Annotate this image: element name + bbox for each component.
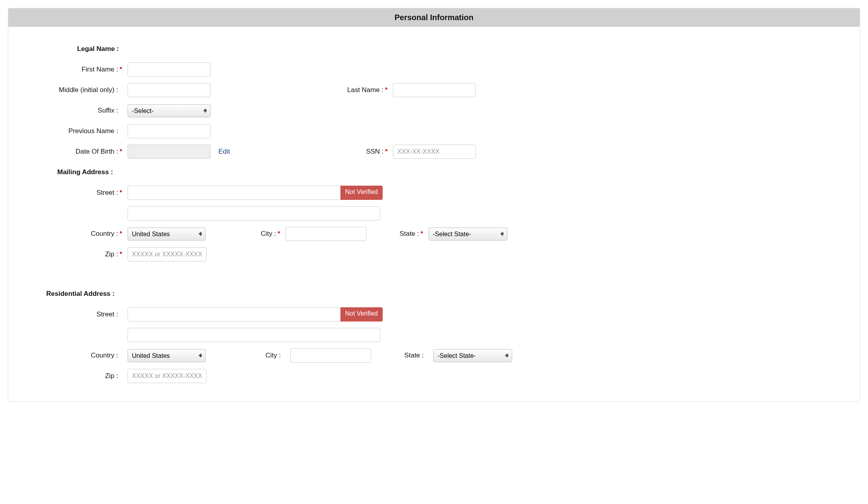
mailing-country-label: Country : — [48, 230, 119, 238]
mailing-state-label: State : — [366, 230, 420, 238]
previous-name-input[interactable] — [128, 124, 210, 138]
residential-country-select[interactable]: United States — [128, 349, 206, 362]
dob-label: Date Of Birth : — [48, 148, 119, 156]
dob-input — [128, 145, 210, 159]
required-mark: * — [421, 230, 425, 237]
required-mark: * — [278, 230, 282, 237]
residential-country-label: Country : — [48, 352, 119, 359]
residential-street2-input[interactable] — [128, 328, 380, 342]
personal-information-panel: Personal Information Legal Name : First … — [8, 8, 860, 402]
previous-name-label: Previous Name : — [48, 127, 119, 135]
mailing-zip-input[interactable] — [128, 247, 207, 261]
suffix-select[interactable]: -Select- — [128, 104, 210, 117]
middle-name-label: Middle (initial only) : — [48, 86, 119, 94]
required-mark: * — [120, 66, 124, 73]
residential-zip-input[interactable] — [128, 369, 207, 383]
not-verified-badge: Not Verified — [340, 186, 383, 200]
last-name-label: Last Name : — [210, 86, 384, 94]
required-mark: * — [120, 230, 124, 237]
mailing-street2-input[interactable] — [128, 206, 380, 220]
residential-state-label: State : — [371, 352, 425, 359]
mailing-address-section-label: Mailing Address : — [57, 168, 113, 176]
required-mark: * — [120, 148, 124, 155]
residential-street-label: Street : — [48, 310, 119, 318]
first-name-input[interactable] — [128, 62, 210, 77]
mailing-country-select[interactable]: United States — [128, 228, 206, 241]
required-mark: * — [120, 189, 124, 196]
residential-state-select[interactable]: -Select State- — [433, 349, 512, 362]
ssn-label: SSN : — [230, 148, 384, 156]
suffix-label: Suffix : — [48, 107, 119, 115]
ssn-input[interactable] — [393, 145, 476, 159]
legal-name-section-label: Legal Name : — [48, 45, 119, 53]
mailing-street1-input[interactable] — [128, 186, 341, 200]
middle-name-input[interactable] — [128, 83, 210, 97]
residential-city-input[interactable] — [290, 348, 371, 363]
mailing-street-label: Street : — [48, 189, 119, 197]
panel-title: Personal Information — [8, 8, 860, 27]
last-name-input[interactable] — [393, 83, 476, 97]
not-verified-badge: Not Verified — [340, 307, 383, 322]
residential-address-section-label: Residential Address : — [46, 290, 115, 298]
required-mark: * — [385, 87, 390, 94]
required-mark: * — [385, 148, 390, 155]
panel-body: Legal Name : First Name : * Middle (init… — [8, 27, 860, 401]
edit-dob-link[interactable]: Edit — [218, 148, 230, 156]
mailing-zip-label: Zip : — [48, 250, 119, 258]
mailing-city-input[interactable] — [286, 227, 366, 241]
residential-street1-input[interactable] — [128, 307, 341, 322]
residential-zip-label: Zip : — [48, 372, 119, 380]
first-name-label: First Name : — [48, 66, 119, 73]
mailing-city-label: City : — [206, 230, 277, 238]
residential-city-label: City : — [206, 352, 282, 359]
required-mark: * — [120, 251, 124, 258]
mailing-state-select[interactable]: -Select State- — [428, 228, 507, 241]
